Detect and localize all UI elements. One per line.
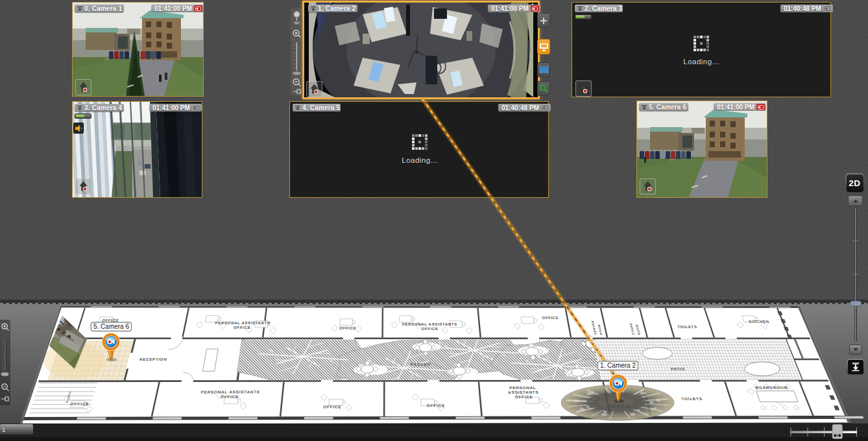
svg-text:TOILETS: TOILETS <box>681 396 703 401</box>
svg-text:OFFICE: OFFICE <box>421 327 438 331</box>
svg-text:OFFICE: OFFICE <box>234 326 251 329</box>
svg-text:OFFICE: OFFICE <box>514 394 533 399</box>
svg-text:GARDEN: GARDEN <box>410 362 431 366</box>
svg-text:OFFICE: OFFICE <box>427 403 446 408</box>
svg-text:RECEPTION: RECEPTION <box>139 357 167 361</box>
svg-text:PERSONAL ASSISTANTS: PERSONAL ASSISTANTS <box>402 322 457 326</box>
svg-text:PATIO: PATIO <box>670 366 686 371</box>
svg-text:ASSISTANTS: ASSISTANTS <box>508 390 539 394</box>
svg-text:OFFICE: OFFICE <box>609 404 631 409</box>
svg-text:OFFICE: OFFICE <box>221 394 239 399</box>
svg-text:OFFICE: OFFICE <box>70 401 90 406</box>
svg-text:PERSONAL: PERSONAL <box>509 385 536 390</box>
svg-text:OFFICE: OFFICE <box>323 405 342 409</box>
svg-text:1: 1 <box>2 426 5 433</box>
svg-text:BOARDROOM: BOARDROOM <box>754 385 788 390</box>
svg-text:PERSONAL ASSISTANTS: PERSONAL ASSISTANTS <box>200 390 260 394</box>
svg-text:PERSONAL ASSISTANTS: PERSONAL ASSISTANTS <box>215 321 271 325</box>
svg-text:OFFICE: OFFICE <box>101 318 119 322</box>
svg-text:OFFICE: OFFICE <box>542 316 559 320</box>
svg-text:OFFICE: OFFICE <box>339 326 356 330</box>
svg-text:KITCHEN: KITCHEN <box>748 319 770 324</box>
svg-text:TOILETS: TOILETS <box>677 324 697 329</box>
